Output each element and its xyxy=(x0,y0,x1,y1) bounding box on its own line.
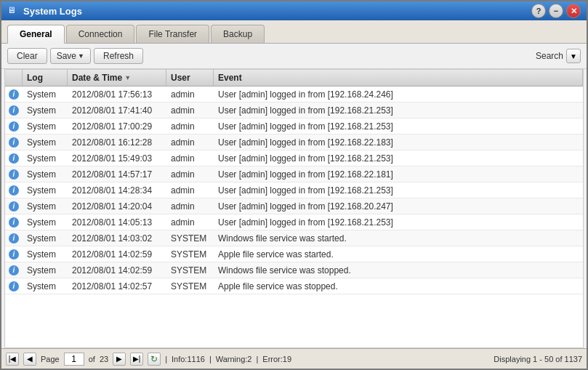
sort-arrow-icon: ▼ xyxy=(124,74,131,81)
info-label: Info:1116 xyxy=(172,355,205,363)
table-row[interactable]: i System 2012/08/01 17:00:29 admin User … xyxy=(5,118,583,134)
page-label: Page xyxy=(41,355,60,363)
cell-datetime: 2012/08/01 14:28:34 xyxy=(68,184,166,197)
cell-icon: i xyxy=(5,152,23,165)
table-row[interactable]: i System 2012/08/01 14:05:13 admin User … xyxy=(5,214,583,230)
table-row[interactable]: i System 2012/08/01 14:20:04 admin User … xyxy=(5,198,583,214)
cell-log: System xyxy=(23,248,68,261)
tab-file-transfer[interactable]: File Transfer xyxy=(136,25,209,43)
table-row[interactable]: i System 2012/08/01 17:56:13 admin User … xyxy=(5,87,583,102)
cell-user: admin xyxy=(166,200,214,213)
header-icon xyxy=(5,70,23,86)
table-row[interactable]: i System 2012/08/01 14:02:57 SYSTEM Appl… xyxy=(5,278,583,294)
search-toggle-button[interactable]: ▼ xyxy=(566,49,581,63)
tab-general[interactable]: General xyxy=(7,25,65,44)
cell-datetime: 2012/08/01 14:02:57 xyxy=(68,280,166,293)
help-button[interactable]: ? xyxy=(531,4,546,18)
refresh-button[interactable]: Refresh xyxy=(94,48,143,64)
window-title: System Logs xyxy=(23,6,82,17)
prev-page-button[interactable]: ◀ xyxy=(23,353,36,366)
cell-event: User [admin] logged in from [192.168.21.… xyxy=(214,120,583,133)
table-row[interactable]: i System 2012/08/01 14:02:59 SYSTEM Appl… xyxy=(5,246,583,262)
table-row[interactable]: i System 2012/08/01 15:49:03 admin User … xyxy=(5,150,583,166)
info-icon: i xyxy=(9,201,19,212)
cell-log: System xyxy=(23,216,68,229)
cell-log: System xyxy=(23,120,68,133)
cell-event: User [admin] logged in from [192.168.21.… xyxy=(214,152,583,165)
cell-log: System xyxy=(23,88,68,101)
header-user[interactable]: User xyxy=(166,70,214,86)
table-row[interactable]: i System 2012/08/01 14:03:02 SYSTEM Wind… xyxy=(5,230,583,246)
search-area: Search ▼ xyxy=(536,49,581,63)
info-icon: i xyxy=(9,137,19,148)
tab-backup[interactable]: Backup xyxy=(211,25,265,43)
warning-label: Warning:2 xyxy=(216,355,252,363)
cell-user: SYSTEM xyxy=(166,264,214,277)
close-button[interactable]: ✕ xyxy=(566,4,581,18)
cell-log: System xyxy=(23,168,68,181)
cell-datetime: 2012/08/01 17:00:29 xyxy=(68,120,166,133)
cell-user: SYSTEM xyxy=(166,232,214,245)
header-datetime[interactable]: Date & Time ▼ xyxy=(68,70,166,86)
save-dropdown-arrow: ▼ xyxy=(78,52,84,60)
cell-datetime: 2012/08/01 14:57:17 xyxy=(68,168,166,181)
last-page-button[interactable]: ▶| xyxy=(130,353,143,366)
separator2: | xyxy=(256,355,258,363)
table-row[interactable]: i System 2012/08/01 14:02:59 SYSTEM Wind… xyxy=(5,262,583,278)
cell-icon: i xyxy=(5,136,23,149)
cell-icon: i xyxy=(5,232,23,245)
cell-user: admin xyxy=(166,136,214,149)
info-icon: i xyxy=(9,281,19,291)
cell-log: System xyxy=(23,152,68,165)
status-bar: |◀ ◀ Page of 23 ▶ ▶| ↻ | Info:1116 | War… xyxy=(1,348,587,369)
cell-icon: i xyxy=(5,280,23,293)
cell-log: System xyxy=(23,232,68,245)
table-row[interactable]: i System 2012/08/01 14:28:34 admin User … xyxy=(5,182,583,198)
system-logs-window: 🖥 System Logs ? − ✕ General Connection F… xyxy=(0,0,588,370)
cell-event: User [admin] logged in from [192.168.20.… xyxy=(214,200,583,213)
minimize-button[interactable]: − xyxy=(549,4,563,18)
cell-icon: i xyxy=(5,120,23,133)
next-page-button[interactable]: ▶ xyxy=(113,353,126,366)
info-icon: i xyxy=(9,89,19,100)
cell-event: User [admin] logged in from [192.168.21.… xyxy=(214,216,583,229)
save-button[interactable]: Save ▼ xyxy=(50,48,91,64)
cell-icon: i xyxy=(5,264,23,277)
first-page-button[interactable]: |◀ xyxy=(6,353,19,366)
cell-event: User [admin] logged in from [192.168.22.… xyxy=(214,168,583,181)
cell-log: System xyxy=(23,104,68,117)
table-row[interactable]: i System 2012/08/01 16:12:28 admin User … xyxy=(5,134,583,150)
cell-icon: i xyxy=(5,88,23,101)
cell-user: admin xyxy=(166,88,214,101)
clear-button[interactable]: Clear xyxy=(7,48,47,64)
separator1: | xyxy=(209,355,212,363)
cell-user: admin xyxy=(166,104,214,117)
cell-event: Apple file service was stopped. xyxy=(214,280,583,293)
info-icon: i xyxy=(9,153,19,164)
toolbar: Clear Save ▼ Refresh Search ▼ xyxy=(1,44,587,69)
cell-log: System xyxy=(23,136,68,149)
cell-datetime: 2012/08/01 17:56:13 xyxy=(68,88,166,101)
cell-icon: i xyxy=(5,184,23,197)
cell-event: User [admin] logged in from [192.168.22.… xyxy=(214,136,583,149)
table-row[interactable]: i System 2012/08/01 17:41:40 admin User … xyxy=(5,102,583,118)
title-buttons: ? − ✕ xyxy=(531,4,581,18)
cell-icon: i xyxy=(5,104,23,117)
cell-event: User [admin] logged in from [192.168.21.… xyxy=(214,104,583,117)
table-row[interactable]: i System 2012/08/01 14:57:17 admin User … xyxy=(5,166,583,182)
status-refresh-button[interactable]: ↻ xyxy=(148,353,161,366)
page-input[interactable] xyxy=(64,353,84,366)
header-log[interactable]: Log xyxy=(23,70,68,86)
cell-event: User [admin] logged in from [192.168.21.… xyxy=(214,184,583,197)
tab-connection[interactable]: Connection xyxy=(66,25,135,43)
table-body: i System 2012/08/01 17:56:13 admin User … xyxy=(5,87,583,347)
cell-event: User [admin] logged in from [192.168.24.… xyxy=(214,88,583,101)
cell-icon: i xyxy=(5,200,23,213)
cell-icon: i xyxy=(5,248,23,261)
info-icon: i xyxy=(9,265,19,276)
info-icon: i xyxy=(9,169,19,180)
cell-log: System xyxy=(23,200,68,213)
tab-bar: General Connection File Transfer Backup xyxy=(1,20,587,44)
header-event[interactable]: Event xyxy=(214,70,583,86)
cell-datetime: 2012/08/01 14:02:59 xyxy=(68,264,166,277)
